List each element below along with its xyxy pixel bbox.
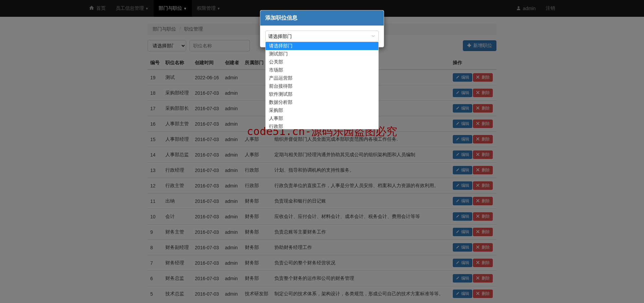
modal-department-select[interactable]: 请选择部门 <box>265 31 379 42</box>
dropdown-option[interactable]: 产品运营部 <box>266 74 378 82</box>
dropdown-option[interactable]: 公关部 <box>266 58 378 66</box>
dropdown-option[interactable]: 行政部 <box>266 123 378 129</box>
dropdown-option[interactable]: 请选择部门 <box>266 42 378 50</box>
dropdown-option[interactable]: 前台接待部 <box>266 82 378 90</box>
dropdown-option[interactable]: 市场部 <box>266 66 378 74</box>
dropdown-option[interactable]: 数据分析部 <box>266 98 378 106</box>
department-dropdown-list: 请选择部门测试部门公关部市场部产品运营部前台接待部软件测试部数据分析部采购部人事… <box>265 42 379 129</box>
dropdown-option[interactable]: 软件测试部 <box>266 90 378 98</box>
dropdown-option[interactable]: 人事部 <box>266 115 378 123</box>
dropdown-option[interactable]: 采购部 <box>266 106 378 115</box>
add-position-modal: 添加职位信息 请选择部门 ﹀ 请选择部门测试部门公关部市场部产品运营部前台接待部… <box>260 10 384 47</box>
modal-title: 添加职位信息 <box>260 10 384 26</box>
dropdown-option[interactable]: 测试部门 <box>266 50 378 58</box>
